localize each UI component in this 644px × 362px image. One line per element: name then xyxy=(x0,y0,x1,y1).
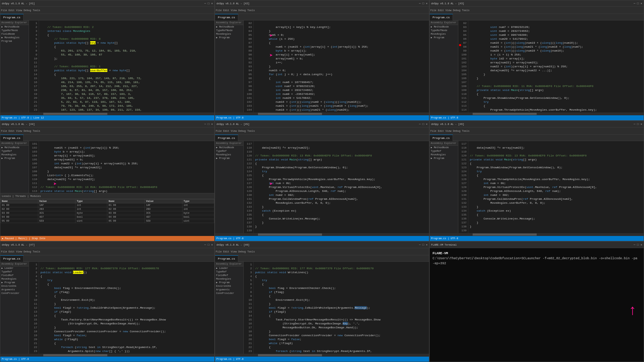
panel-tm-tabs: Program.cs xyxy=(215,14,429,20)
window-controls-ml[interactable]: ─ □ ✕ xyxy=(204,122,213,126)
panel-bm-line-numbers: 12345 678910 1112131415 1617181920 21222… xyxy=(244,262,254,354)
panel-tm-code-area: ➤ ➤ 8283848586 8788899091 9293949596 979… xyxy=(244,20,429,112)
sidebar-mm-item-2[interactable]: TypeRef xyxy=(215,149,243,153)
sidebar-bl-item-3[interactable]: FieldRef xyxy=(0,274,29,277)
sidebar-mm-item-4[interactable]: ▶ Program xyxy=(215,156,243,160)
panel-tr-sidebar: Assembly Explorer ▶ MethodNode TypeRefNo… xyxy=(430,20,458,112)
tab-tr-program[interactable]: Program.cs xyxy=(430,14,453,20)
sidebar-bm-item-4[interactable]: MoveAngles xyxy=(215,277,243,281)
sidebar-item-4[interactable]: ▶ MoveAngles xyxy=(0,36,29,39)
tab-mm-program[interactable]: Program.cs xyxy=(215,135,238,141)
panel-tl-line-numbers: 12345 678910 1112131415 1617181920 21222… xyxy=(29,20,39,112)
sidebar-item-1[interactable]: ▶ MethodNode xyxy=(0,25,29,29)
sidebar-ml-item-4[interactable]: ▶ Program xyxy=(0,156,29,160)
sidebar-bm-item-1[interactable]: ▶ Loader xyxy=(215,266,243,270)
sidebar-bl-item-2[interactable]: TypeRef xyxy=(0,270,29,274)
sidebar-bl-item-4[interactable]: MoveAngles xyxy=(0,277,29,281)
window-controls-tl[interactable]: ─ □ ✕ xyxy=(204,2,213,5)
sidebar-bm-item-2[interactable]: TypeRef xyxy=(215,270,243,274)
tab-bl-program[interactable]: Program.cs xyxy=(0,255,24,262)
sidebar-tm-item-4[interactable]: ▶ Program xyxy=(215,36,243,39)
panel-mr-scrollbar[interactable] xyxy=(430,233,644,236)
terminal-output: FLARE-VM C:\Users\TheCyberYeti\Desktop\C… xyxy=(430,248,644,362)
sidebar-bl-item-6[interactable]: EnvironChk xyxy=(0,284,29,288)
panel-tr-code-area: 9293949596 979899100101 102103104105106 … xyxy=(458,20,644,112)
sidebar-bl-item-1[interactable]: ▶ Loader xyxy=(0,266,29,270)
sidebar-bl-item-5[interactable]: ▶ Program xyxy=(0,281,29,284)
window-controls-mr[interactable]: ─ □ ✕ xyxy=(634,122,642,126)
window-controls-bm[interactable]: ─ □ ✕ xyxy=(419,243,428,246)
panel-mr-sidebar: Assembly Explorer ▶ MethodNode TypeRef M… xyxy=(430,141,458,233)
panel-mm-content: Assembly Explorer ▶ MethodNode TypeRef M… xyxy=(215,141,429,233)
window-controls-tm[interactable]: ─ □ ✕ xyxy=(419,2,428,5)
panel-mm-code: data[num23] ^= array[num22]; // Token: 0… xyxy=(254,141,429,233)
sidebar-bm-item-6[interactable]: EnvironChk xyxy=(215,284,243,288)
panel-ml-orange-status: ● Paused | Main() | Step Into xyxy=(0,236,214,241)
sidebar-bl-item-8[interactable]: ConnProvider xyxy=(0,291,29,295)
tab-ml-program[interactable]: Program.cs xyxy=(0,135,24,141)
window-controls-br[interactable]: ─ □ ✕ xyxy=(634,243,642,246)
sidebar-mm-item-1[interactable]: ▶ MethodNode xyxy=(215,146,243,149)
sidebar-mr-item-3[interactable]: MoveAngles xyxy=(430,153,458,156)
sidebar-tr-item-2[interactable]: TypeRefNode xyxy=(430,29,458,32)
panel-bottom-left: dnSpy v6.1.8 AL - [#7] ─ □ ✕ File Edit V… xyxy=(0,241,215,362)
sidebar-tr-item-1[interactable]: ▶ MethodNode xyxy=(430,25,458,29)
sidebar-item-2[interactable]: TypeRefNode xyxy=(0,29,29,32)
sidebar-ml-item-1[interactable]: ▶ MethodNode xyxy=(0,146,29,149)
panel-tr-titlebar: dnSpy v6.1.8 AL - [#3] ─ □ ✕ xyxy=(430,0,644,7)
sidebar-tm-item-2[interactable]: TypeRefNode xyxy=(215,29,243,32)
sidebar-ml-item-3[interactable]: MoveAngles xyxy=(0,153,29,156)
sidebar-item-3[interactable]: FieldNode xyxy=(0,32,29,36)
panel-tr-title: dnSpy v6.1.8 AL - [#3] xyxy=(431,2,464,5)
col-value: Value xyxy=(38,199,75,203)
terminal-line-2: C:\Users\TheCyberYeti\Desktop\CodeObfusc… xyxy=(433,256,641,266)
sidebar-tr-item-3[interactable]: MoveAngles xyxy=(430,32,458,36)
sidebar-tm-header: Assembly Explorer xyxy=(215,20,243,25)
sidebar-ml-item-2[interactable]: TypeRef xyxy=(0,149,29,153)
col-name2: Name xyxy=(107,199,145,203)
window-controls-bl[interactable]: ─ □ ✕ xyxy=(204,243,213,246)
tab-tl-program[interactable]: Program.cs xyxy=(0,14,24,20)
panel-bl-line-numbers: 12345 678910 1112131415 1617181920 21222… xyxy=(29,262,39,354)
tab-tm-program[interactable]: Program.cs xyxy=(215,14,238,20)
panel-tl-scrollbar[interactable] xyxy=(0,112,214,115)
sidebar-tm-item-1[interactable]: ▶ MethodNode xyxy=(215,25,243,29)
sidebar-mr-item-2[interactable]: TypeRef xyxy=(430,149,458,153)
sidebar-mr-item-1[interactable]: ▶ MethodNode xyxy=(430,146,458,149)
sidebar-mr-item-4[interactable]: ▶ Program xyxy=(430,156,458,160)
sidebar-mm-item-3[interactable]: MoveAngles xyxy=(215,153,243,156)
panel-bm-scrollbar[interactable] xyxy=(215,354,429,357)
sidebar-bm-item-3[interactable]: FieldRef xyxy=(215,274,243,277)
window-controls-tr[interactable]: ─ □ ✕ xyxy=(634,2,642,5)
panel-bm-content: Assembly Explorer ▶ Loader TypeRef Field… xyxy=(215,262,429,354)
panel-tr-scrollbar[interactable] xyxy=(430,112,644,115)
panel-bm-code: // Token: 0x06000001 RID: 177 RVA: 0x000… xyxy=(254,262,429,354)
panel-tl-status: Program.cs | UTF-8 | Line 12 xyxy=(0,115,214,120)
arrow-mm: ➤ xyxy=(269,180,273,188)
window-controls-mm[interactable]: ─ □ ✕ xyxy=(419,122,428,126)
tab-mr-program[interactable]: Program.cs xyxy=(430,135,453,141)
panel-mm-scrollbar[interactable] xyxy=(215,233,429,236)
sidebar-tm-item-3[interactable]: MoveAngles xyxy=(215,32,243,36)
panel-mm-sidebar: Assembly Explorer ▶ MethodNode TypeRef M… xyxy=(215,141,244,233)
panel-bl-scrollbar[interactable] xyxy=(0,354,214,357)
sidebar-tr-item-4[interactable]: ▶ Program xyxy=(430,36,458,39)
panel-ml-code: num15 = (num15 + (int)array[i]) % 256; b… xyxy=(39,141,214,193)
tab-bm-program[interactable]: Program.cs xyxy=(215,255,238,262)
sidebar-ml-header: Assembly Explorer xyxy=(0,141,29,146)
panel-bl-code: // Token: 0x06000001 RID: 177 RVA: 0x000… xyxy=(39,262,214,354)
sidebar-bm-item-7[interactable]: Arguments xyxy=(215,288,243,291)
panel-bl-title: dnSpy v6.1.8 AL - [#7] xyxy=(2,243,35,246)
panel-mr-status: Program.cs | UTF-8 xyxy=(430,236,644,241)
panel-bm-status: Program.cs | UTF-8 xyxy=(215,357,429,362)
sidebar-bm-item-5[interactable]: ▶ Program xyxy=(215,281,243,284)
scrollbar-thumb[interactable] xyxy=(43,113,107,115)
sidebar-bm-item-8[interactable]: ConnProvider xyxy=(215,291,243,295)
sidebar-bl-item-7[interactable]: Arguments xyxy=(0,288,29,291)
sidebar-item-5[interactable]: Program xyxy=(0,39,29,43)
panel-tm-scrollbar[interactable] xyxy=(215,112,429,115)
panel-mm-status: Program.cs | UTF-8 xyxy=(215,236,429,241)
col-value2: Value xyxy=(145,199,182,203)
panel-tr-content: Assembly Explorer ▶ MethodNode TypeRefNo… xyxy=(430,20,644,112)
panel-mm-titlebar: dnSpy v6.1.8 AL - [#5] ─ □ ✕ xyxy=(215,121,429,127)
